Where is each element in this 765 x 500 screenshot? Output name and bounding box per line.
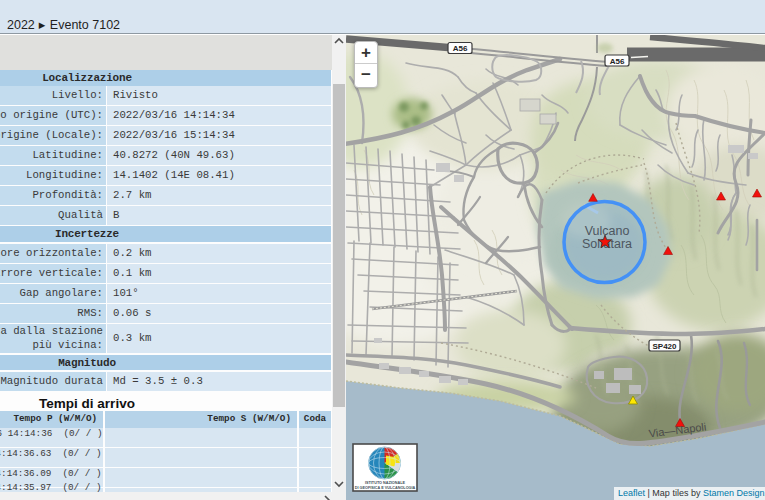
svg-text:ISTITUTO NAZIONALE: ISTITUTO NAZIONALE	[365, 481, 406, 485]
svg-text:SP420: SP420	[652, 342, 677, 351]
svg-text:DI GEOFISICA E VULCANOLOGIA: DI GEOFISICA E VULCANOLOGIA	[355, 486, 416, 490]
svg-text:Vulcano: Vulcano	[585, 224, 630, 238]
svg-text:A56: A56	[453, 44, 468, 53]
svg-text:A56: A56	[610, 57, 625, 66]
